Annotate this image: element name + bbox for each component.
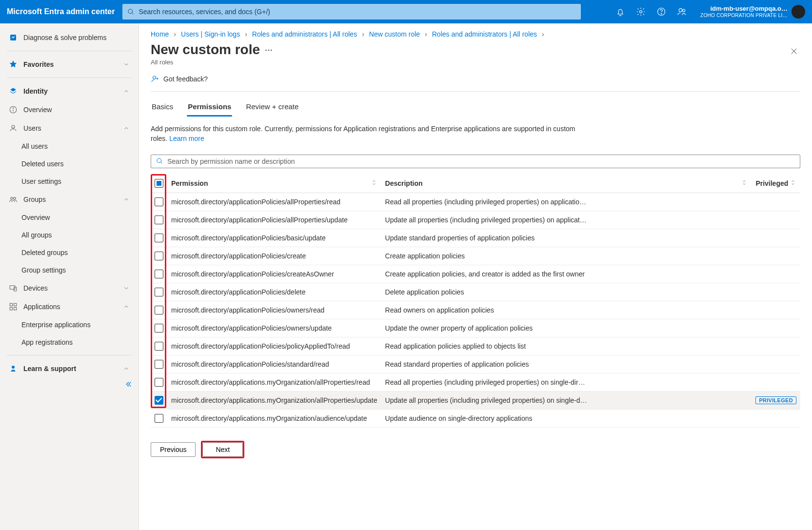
sidebar-item-diagnose[interactable]: Diagnose & solve problems xyxy=(0,28,139,47)
sidebar-item-all-users[interactable]: All users xyxy=(0,137,139,155)
table-row[interactable]: microsoft.directory/applicationPolicies/… xyxy=(151,211,800,229)
sidebar-item-learn[interactable]: Learn & support xyxy=(0,359,139,378)
table-row[interactable]: microsoft.directory/applicationPolicies/… xyxy=(151,355,800,373)
feedback-icon[interactable] xyxy=(677,7,687,17)
permission-description: Create application policies xyxy=(381,247,752,265)
sort-icon[interactable] xyxy=(790,179,796,187)
table-row[interactable]: microsoft.directory/applications.myOrgan… xyxy=(151,409,800,427)
table-row[interactable]: microsoft.directory/applicationPolicies/… xyxy=(151,193,800,211)
row-checkbox[interactable] xyxy=(155,234,163,242)
row-checkbox[interactable] xyxy=(155,342,163,351)
sidebar-label: Learn & support xyxy=(23,365,117,373)
breadcrumb-link[interactable]: Users | Sign-in logs xyxy=(181,30,240,38)
row-checkbox[interactable] xyxy=(155,270,163,278)
table-row[interactable]: microsoft.directory/applicationPolicies/… xyxy=(151,229,800,247)
table-row[interactable]: microsoft.directory/applicationPolicies/… xyxy=(151,265,800,283)
row-checkbox[interactable] xyxy=(155,378,163,387)
next-button[interactable]: Next xyxy=(202,442,243,457)
notifications-icon[interactable] xyxy=(615,7,625,17)
column-permission[interactable]: Permission xyxy=(167,174,381,193)
sidebar-item-deleted-groups[interactable]: Deleted groups xyxy=(0,244,139,261)
row-checkbox[interactable] xyxy=(155,414,163,423)
help-icon[interactable] xyxy=(656,7,666,17)
sidebar-label: Identity xyxy=(23,87,117,95)
tab-review[interactable]: Review + create xyxy=(245,98,299,117)
sidebar-item-overview[interactable]: Overview xyxy=(0,100,139,119)
sidebar-item-identity[interactable]: Identity xyxy=(0,82,139,100)
global-search[interactable] xyxy=(122,4,581,20)
svg-point-12 xyxy=(11,197,13,200)
svg-point-11 xyxy=(12,125,15,128)
permission-search[interactable] xyxy=(151,155,800,168)
select-all-checkbox[interactable] xyxy=(155,179,163,188)
breadcrumb: Home› Users | Sign-in logs› Roles and ad… xyxy=(151,30,800,38)
svg-rect-18 xyxy=(10,308,12,310)
avatar xyxy=(792,5,805,19)
table-row[interactable]: microsoft.directory/applications.myOrgan… xyxy=(151,373,800,391)
sidebar-item-groups[interactable]: Groups xyxy=(0,190,139,209)
table-row[interactable]: microsoft.directory/applicationPolicies/… xyxy=(151,247,800,265)
account-menu[interactable]: idm-mb-user@ompqa.o… ZOHO CORPORATION PR… xyxy=(700,5,805,19)
more-actions-icon[interactable]: ⋯ xyxy=(265,45,273,55)
tabs: Basics Permissions Review + create xyxy=(151,98,800,117)
sort-icon[interactable] xyxy=(741,179,748,187)
sidebar-item-all-groups[interactable]: All groups xyxy=(0,226,139,244)
permission-description: Read application policies applied to obj… xyxy=(381,337,752,355)
sidebar-item-favorites[interactable]: Favorites xyxy=(0,55,139,74)
breadcrumb-link[interactable]: Home xyxy=(151,30,169,38)
permission-description: Delete application policies xyxy=(381,283,752,301)
breadcrumb-link[interactable]: Roles and administrators | All roles xyxy=(252,30,357,38)
row-checkbox[interactable] xyxy=(155,306,163,314)
permission-privileged xyxy=(752,409,800,427)
column-privileged[interactable]: Privileged xyxy=(752,174,800,193)
sort-icon[interactable] xyxy=(371,179,377,187)
row-checkbox[interactable] xyxy=(155,324,163,333)
row-checkbox[interactable] xyxy=(155,216,163,224)
close-button[interactable] xyxy=(788,45,800,59)
permission-privileged xyxy=(752,283,800,301)
table-row[interactable]: microsoft.directory/applicationPolicies/… xyxy=(151,301,800,319)
global-search-input[interactable] xyxy=(139,8,576,16)
table-row[interactable]: microsoft.directory/applicationPolicies/… xyxy=(151,283,800,301)
learn-more-link[interactable]: Learn more xyxy=(169,135,204,142)
settings-icon[interactable] xyxy=(636,7,646,17)
sidebar-item-enterprise-apps[interactable]: Enterprise applications xyxy=(0,316,139,334)
sidebar-item-app-registrations[interactable]: App registrations xyxy=(0,334,139,351)
sidebar-label: Favorites xyxy=(23,60,117,68)
permission-search-input[interactable] xyxy=(167,157,795,165)
permission-description: Read all properties (including privilege… xyxy=(381,373,752,391)
row-checkbox[interactable] xyxy=(155,396,163,405)
identity-icon xyxy=(9,87,18,96)
feedback-link[interactable]: Got feedback? xyxy=(151,75,208,83)
tab-basics[interactable]: Basics xyxy=(151,98,174,117)
sidebar-item-groups-overview[interactable]: Overview xyxy=(0,209,139,226)
svg-point-6 xyxy=(683,9,685,12)
breadcrumb-link[interactable]: Roles and administrators | All roles xyxy=(432,30,537,38)
permission-description: Update standard properties of applicatio… xyxy=(381,229,752,247)
svg-point-4 xyxy=(661,14,661,14)
sidebar-item-devices[interactable]: Devices xyxy=(0,279,139,297)
previous-button[interactable]: Previous xyxy=(151,442,196,457)
column-description[interactable]: Description xyxy=(381,174,752,193)
top-icon-bar: idm-mb-user@ompqa.o… ZOHO CORPORATION PR… xyxy=(615,5,805,19)
permission-name: microsoft.directory/applications.myOrgan… xyxy=(167,373,381,391)
row-checkbox[interactable] xyxy=(155,252,163,260)
breadcrumb-link[interactable]: New custom role xyxy=(369,30,420,38)
sidebar-item-users[interactable]: Users xyxy=(0,119,139,137)
svg-point-0 xyxy=(128,9,133,13)
sidebar-item-user-settings[interactable]: User settings xyxy=(0,173,139,190)
permission-name: microsoft.directory/applicationPolicies/… xyxy=(167,283,381,301)
table-row[interactable]: microsoft.directory/applicationPolicies/… xyxy=(151,319,800,337)
permission-name: microsoft.directory/applicationPolicies/… xyxy=(167,193,381,211)
table-row[interactable]: microsoft.directory/applicationPolicies/… xyxy=(151,337,800,355)
sidebar-item-group-settings[interactable]: Group settings xyxy=(0,261,139,279)
collapse-sidebar-button[interactable] xyxy=(124,380,133,390)
row-checkbox[interactable] xyxy=(155,197,163,206)
sidebar-label: Applications xyxy=(23,303,117,311)
row-checkbox[interactable] xyxy=(155,288,163,296)
sidebar-item-applications[interactable]: Applications xyxy=(0,297,139,316)
sidebar-item-deleted-users[interactable]: Deleted users xyxy=(0,155,139,173)
row-checkbox[interactable] xyxy=(155,360,163,369)
tab-permissions[interactable]: Permissions xyxy=(187,98,232,117)
table-row[interactable]: microsoft.directory/applications.myOrgan… xyxy=(151,391,800,409)
